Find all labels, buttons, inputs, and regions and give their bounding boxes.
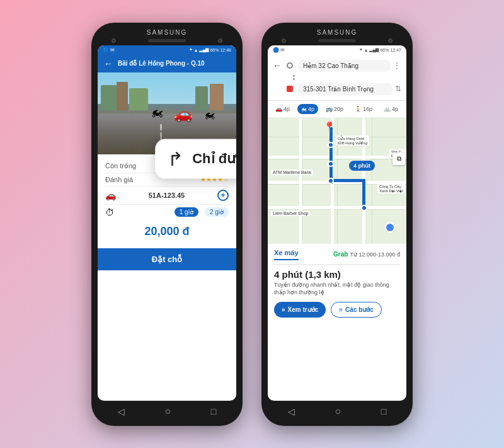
road-h3 [268, 206, 406, 209]
phone-2-screen: 🔵 ✉ ✦ ▲ ▂▄▆ 66% 12:47 ← Hẻm 32 Cao Thắng… [268, 45, 406, 401]
bottom-nav-1: ◁ ○ □ [98, 401, 236, 420]
status-bar-2: 🔵 ✉ ✦ ▲ ▂▄▆ 66% 12:47 [268, 45, 406, 55]
transport-moto[interactable]: 🏍 4p [297, 104, 318, 114]
signal-icon-2: ▂▄▆ [369, 47, 379, 52]
plate-value: 51A-123.45 [149, 192, 185, 199]
chi-duong-label: Chỉ đường [192, 151, 236, 167]
to-input[interactable]: 315-301 Trần Bình Trọng [298, 83, 392, 95]
back-button-1[interactable]: ← [104, 59, 113, 69]
clock-icon: ⏱ [105, 207, 114, 217]
mode-tab-xemay[interactable]: Xe máy [274, 249, 299, 260]
to-row: 315-301 Trần Bình Trọng ⇅ [273, 82, 401, 96]
nav-home-1[interactable]: ○ [164, 406, 171, 417]
map-label-cty: Công Ty CâyXanh Đại Việt [377, 184, 405, 193]
transport-walk[interactable]: 🚶 16p [351, 104, 376, 114]
direction-arrow-icon: ↱ [168, 147, 183, 169]
mode-tab-grab[interactable]: Grab Từ 12.000-13.000 đ [333, 249, 400, 260]
bike-tab-icon: 🚲 [384, 106, 391, 112]
transport-bike[interactable]: 🚲 4p [380, 104, 402, 114]
bus-tab-icon: 🚌 [326, 106, 333, 112]
maps-header: ← Hẻm 32 Cao Thắng ⋮ 315-301 Trần Bình T… [268, 55, 406, 101]
time-2: 12:47 [390, 48, 401, 52]
status-icons-right-1: ✦ ▲ ▂▄▆ 66% 12:48 [189, 47, 231, 52]
camera-dot-left [112, 38, 116, 43]
route-description: Tuyến đường nhanh nhất, mật độ giao thôn… [274, 281, 400, 297]
nav-back-1[interactable]: ◁ [118, 406, 125, 416]
route-line-v2 [362, 179, 365, 207]
battery-2: 66% [380, 48, 389, 52]
app-header-1: ← Bãi đỗ Lê Hồng Phong - Q.10 [98, 55, 236, 72]
nav-home-2[interactable]: ○ [335, 406, 341, 417]
xem-truoc-icon: » [282, 306, 285, 313]
waypoint-4 [361, 205, 367, 211]
waypoint-1 [328, 142, 334, 148]
route-line-h [329, 179, 364, 182]
mode-tabs: Xe máy Grab Từ 12.000-13.000 đ [274, 249, 400, 265]
bluetooth-icon: ✦ [189, 47, 193, 52]
camera-dot-right-2 [388, 38, 392, 43]
nav-recents-2[interactable]: □ [381, 406, 386, 416]
speaker-bar [148, 39, 186, 42]
car-tab-icon: 🚗 [275, 106, 282, 112]
brand-label-2: SAMSUNG [268, 29, 406, 37]
bike-tab-label: 4p [392, 106, 398, 112]
chi-duong-tooltip[interactable]: ↱ Chỉ đường [155, 139, 236, 178]
nav-recents-1[interactable]: □ [211, 406, 216, 416]
car-tab-label: 4p [284, 106, 290, 112]
battery-1: 66% [210, 48, 219, 52]
transport-bus[interactable]: 🚌 20p [322, 104, 347, 114]
road-h1 [268, 156, 406, 159]
bluetooth-icon-2: ✦ [359, 47, 363, 52]
more-icon[interactable]: ⋮ [392, 60, 401, 71]
parking-title: Bãi đỗ Lê Hồng Phong - Q.10 [118, 60, 205, 67]
route-connector [273, 73, 401, 82]
swap-icon[interactable]: ⇅ [395, 84, 401, 93]
waypoint-2 [328, 161, 334, 167]
from-row: ← Hẻm 32 Cao Thắng ⋮ [273, 59, 401, 73]
walk-tab-icon: 🚶 [355, 106, 362, 112]
grab-label: Grab [333, 251, 348, 258]
grab-price: Từ 12.000-13.000 đ [350, 251, 400, 258]
walk-tab-label: 16p [363, 106, 372, 112]
moto-tab-icon: 🏍 [301, 106, 307, 112]
back-button-2[interactable]: ← [273, 60, 282, 71]
time-options: 1 giờ 2 giờ [175, 207, 229, 217]
from-input[interactable]: Hẻm 32 Cao Thắng [298, 60, 390, 72]
route-line-v [329, 127, 333, 184]
transport-tabs: 🚗 4p 🏍 4p 🚌 20p 🚶 16p 🚲 4p [268, 101, 406, 118]
bus-tab-label: 20p [334, 106, 343, 112]
cac-buoc-label: Các bước [345, 306, 374, 313]
time-1: 12:48 [220, 48, 231, 52]
status-bar-1: 🔵 ✉ ✦ ▲ ▂▄▆ 66% 12:48 [98, 45, 236, 55]
transport-car[interactable]: 🚗 4p [272, 104, 294, 114]
car-plate-row: 🚗 51A-123.45 + [105, 187, 229, 205]
map-label-barber: Liêm Barber Shop [271, 210, 310, 216]
available-label: Còn trống [105, 162, 136, 170]
duration-badge: 4 phút [349, 161, 375, 171]
status-icons-right-2: ✦ ▲ ▂▄▆ 66% 12:47 [359, 47, 401, 52]
map-label-store: Cửa Hàng Dtdd62B Hùng Vương [336, 135, 369, 146]
brand-label-1: SAMSUNG [98, 29, 236, 37]
map-label-atm: ATM Maritime Bank [271, 169, 313, 175]
phone-1: SAMSUNG 🔵 ✉ ✦ ▲ ▂▄▆ 66% 12:48 ← Bãi đỗ L… [91, 23, 243, 426]
time-2h[interactable]: 2 giờ [205, 207, 229, 217]
status-icons-left-2: 🔵 ✉ [273, 47, 285, 53]
cac-buoc-button[interactable]: ≡ Các bước [331, 302, 382, 318]
car-icon: 🚗 [105, 190, 116, 200]
nav-back-2[interactable]: ◁ [288, 406, 295, 416]
dest-icon [287, 86, 293, 92]
action-buttons: » Xem trước ≡ Các bước [274, 302, 400, 318]
time-1h[interactable]: 1 giờ [175, 207, 198, 217]
add-plate-button[interactable]: + [217, 190, 229, 201]
my-location-icon[interactable] [385, 222, 395, 233]
layers-icon[interactable]: ⧉ [392, 152, 405, 165]
wifi-icon: ▲ [194, 48, 198, 52]
dat-cho-button[interactable]: Đặt chỗ [98, 248, 236, 270]
time-row: ⏱ 1 giờ 2 giờ [105, 205, 229, 220]
signal-icon: ▂▄▆ [199, 47, 209, 52]
map-area[interactable]: 📍 4 phút ATM Maritime Bank Liêm Barber S… [268, 118, 406, 244]
status-icons-left-1: 🔵 ✉ [103, 47, 115, 53]
duration-display: 4 phút (1,3 km) [274, 269, 400, 280]
xem-truoc-button[interactable]: » Xem trước [274, 302, 326, 318]
camera-dot-left-2 [282, 38, 286, 43]
